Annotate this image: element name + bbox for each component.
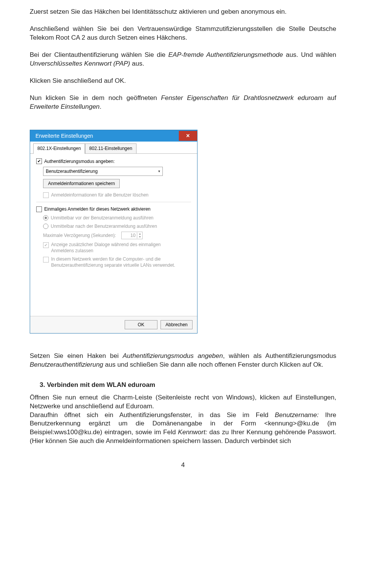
- authmode-combobox[interactable]: Benutzerauthentifizierung ▾: [43, 167, 163, 176]
- italic-text: Unverschlüsseltes Kennwort (PAP): [30, 60, 130, 67]
- text: Klicken Sie anschließend auf OK.: [30, 77, 126, 84]
- row-allow-dialogs: ✔ Anzeige zusätzlicher Dialoge während d…: [43, 242, 191, 254]
- text: Anschließend wählen Sie bei den Vertraue…: [30, 25, 336, 41]
- row-max-delay: Maximale Verzögerung (Sekunden): ▲ ▼: [43, 232, 191, 239]
- dialog-titlebar[interactable]: Erweiterte Einstellungen ×: [30, 130, 197, 142]
- row-radio-before: Unmittelbar vor der Benutzeranmeldung au…: [43, 215, 191, 221]
- ok-button[interactable]: OK: [125, 320, 157, 329]
- label-radio-before: Unmittelbar vor der Benutzeranmeldung au…: [51, 215, 153, 221]
- italic-text: Benutzername:: [275, 411, 319, 419]
- checkbox-delete-cred: [43, 192, 49, 198]
- label-authmode: Authentifizierungsmodus angeben:: [44, 158, 115, 164]
- max-delay-spinner: ▲ ▼: [121, 232, 143, 239]
- checkbox-separate-vlans: [43, 257, 49, 263]
- italic-text: Benutzerauthentifizierung: [30, 361, 103, 368]
- paragraph: Öffnen Sie nun erneut die Charm-Leiste (…: [30, 393, 336, 411]
- label-delete-cred: Anmeldeinformationen für alle Benutzer l…: [51, 192, 148, 198]
- checkbox-authmode[interactable]: ✔: [36, 158, 42, 164]
- close-button[interactable]: ×: [179, 131, 197, 141]
- text: aus.: [130, 60, 144, 67]
- label-separate-vlans: In diesem Netzwerk werden für die Comput…: [51, 256, 177, 268]
- text: Setzen Sie einen Haken bei: [30, 352, 123, 359]
- row-radio-after: Unmittelbar nach der Benutzeranmeldung a…: [43, 223, 191, 229]
- row-authmode-combo: Benutzerauthentifizierung ▾: [43, 167, 191, 176]
- row-authmode: ✔ Authentifizierungsmodus angeben:: [36, 158, 191, 164]
- dialog-footer: OK Abbrechen: [30, 316, 197, 333]
- dialog-body: ✔ Authentifizierungsmodus angeben: Benut…: [30, 154, 197, 316]
- checkbox-sso[interactable]: [36, 206, 42, 212]
- label-sso: Einmaliges Anmelden für dieses Netzwerk …: [44, 206, 151, 212]
- paragraph: Anschließend wählen Sie bei den Vertraue…: [30, 25, 336, 42]
- chevron-down-icon: ▾: [158, 169, 160, 174]
- paragraph: Setzen Sie einen Haken bei Authentifizie…: [30, 352, 336, 369]
- radio-after-logon: [43, 224, 48, 229]
- text: Zuerst setzen Sie das Häkchen bei Identi…: [30, 8, 287, 15]
- page-number: 4: [30, 461, 336, 470]
- italic-text: EAP-fremde Authentifizierungsmethode: [169, 51, 283, 58]
- paragraph: Daraufhin öffnet sich ein Authentifizier…: [30, 411, 336, 446]
- close-icon: ×: [186, 132, 189, 140]
- separator: [36, 202, 191, 202]
- tab-80211[interactable]: 802.11-Einstellungen: [85, 143, 136, 153]
- text: Öffnen Sie nun erneut die Charm-Leiste (…: [30, 394, 336, 410]
- text: , wählen als Authentifizierungsmodus: [223, 352, 336, 359]
- dialog-spacer: [36, 271, 191, 313]
- save-credentials-button[interactable]: Anmeldeinformationen speichern: [43, 179, 120, 188]
- paragraph: Zuerst setzen Sie das Häkchen bei Identi…: [30, 8, 336, 16]
- text: auf: [323, 94, 336, 101]
- spinner-up-icon: ▲: [137, 232, 142, 235]
- text: Daraufhin öffnet sich ein Authentifizier…: [30, 411, 275, 419]
- text: .: [100, 103, 101, 110]
- spinner-buttons: ▲ ▼: [137, 232, 142, 238]
- advanced-settings-dialog: Erweiterte Einstellungen × 802.1X-Einste…: [30, 130, 197, 333]
- label-radio-after: Unmittelbar nach der Benutzeranmeldung a…: [51, 223, 157, 229]
- label-allow-dialogs: Anzeige zusätzlicher Dialoge während des…: [51, 242, 177, 254]
- row-sso: Einmaliges Anmelden für dieses Netzwerk …: [36, 206, 191, 212]
- section-heading: 3. Verbinden mit dem WLAN eduroam: [40, 381, 336, 390]
- text: aus und schließen Sie dann alle noch off…: [103, 361, 323, 368]
- text: aus. Und wählen: [283, 51, 336, 58]
- paragraph: Bei der Clientauthentifizierung wählen S…: [30, 51, 336, 68]
- italic-text: Erweiterte Einstellungen: [30, 103, 100, 110]
- cancel-button[interactable]: Abbrechen: [161, 320, 193, 329]
- max-delay-input: [122, 232, 137, 239]
- radio-before-logon: [43, 215, 48, 221]
- document-page: Zuerst setzen Sie das Häkchen bei Identi…: [0, 0, 366, 485]
- checkbox-allow-dialogs: ✔: [43, 242, 49, 248]
- spinner-down-icon: ▼: [137, 235, 142, 238]
- row-separate-vlans: In diesem Netzwerk werden für die Comput…: [43, 256, 191, 268]
- tab-strip: 802.1X-Einstellungen 802.11-Einstellunge…: [30, 142, 197, 153]
- label-max-delay: Maximale Verzögerung (Sekunden):: [43, 232, 116, 238]
- italic-text: Kennwort:: [178, 429, 207, 436]
- italic-text: Authentifizierungsmodus angeben: [123, 352, 223, 359]
- paragraph: Nun klicken Sie in dem noch geöffneten F…: [30, 94, 336, 111]
- combobox-value: Benutzerauthentifizierung: [46, 168, 98, 174]
- tab-8021x[interactable]: 802.1X-Einstellungen: [33, 143, 85, 153]
- italic-text: Fenster Eigenschaften für Drahtlosnetzwe…: [161, 94, 323, 101]
- text: Nun klicken Sie in dem noch geöffneten: [30, 94, 161, 101]
- row-savecred: Anmeldeinformationen speichern: [43, 179, 191, 188]
- paragraph: Klicken Sie anschließend auf OK.: [30, 77, 336, 85]
- dialog-title: Erweiterte Einstellungen: [35, 132, 93, 140]
- row-delete-cred: Anmeldeinformationen für alle Benutzer l…: [43, 192, 191, 198]
- text: Bei der Clientauthentifizierung wählen S…: [30, 51, 169, 58]
